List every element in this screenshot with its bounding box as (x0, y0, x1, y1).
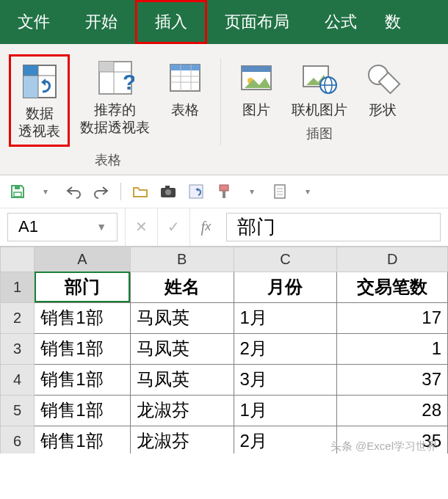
cell-C2[interactable]: 1月 (234, 302, 337, 333)
pivot-small-icon[interactable] (187, 183, 205, 200)
svg-rect-26 (14, 192, 21, 197)
svg-rect-1 (24, 65, 38, 76)
online-picture-label: 联机图片 (292, 101, 347, 119)
cell-C3[interactable]: 2月 (234, 333, 337, 364)
menu-bar: 文件 开始 插入 页面布局 公式 数 (0, 0, 448, 44)
pivot-table-button[interactable]: 数据 透视表 (9, 54, 70, 147)
name-box-dropdown-icon[interactable]: ▼ (96, 221, 106, 233)
name-box-value: A1 (18, 217, 38, 236)
ribbon-group-illustrations: 图片 联机图片 (225, 53, 413, 175)
menu-formula[interactable]: 公式 (307, 0, 375, 44)
cell-B2[interactable]: 马凤英 (130, 302, 234, 333)
camera-icon[interactable] (159, 183, 177, 200)
open-icon[interactable] (131, 183, 149, 200)
ribbon-group-tables-label: 表格 (3, 147, 213, 175)
row-header-4[interactable]: 4 (1, 364, 35, 395)
select-all-corner[interactable] (1, 247, 35, 272)
row-header-3[interactable]: 3 (1, 333, 35, 364)
cell-A5[interactable]: 销售1部 (35, 395, 131, 426)
svg-rect-25 (15, 186, 20, 189)
format-painter-icon[interactable] (215, 183, 233, 200)
cancel-button[interactable]: ✕ (125, 208, 157, 246)
cell-D5[interactable]: 28 (337, 395, 448, 426)
menu-data[interactable]: 数 (375, 0, 404, 44)
name-box[interactable]: A1 ▼ (7, 213, 118, 241)
pivot-table-label: 数据 透视表 (18, 105, 60, 140)
cell-C5[interactable]: 1月 (234, 395, 337, 426)
svg-rect-32 (223, 191, 225, 198)
picture-icon (236, 57, 277, 98)
menu-file[interactable]: 文件 (0, 0, 68, 44)
svg-rect-31 (220, 185, 228, 191)
recommended-pivot-label: 推荐的 数据透视表 (80, 101, 150, 136)
col-header-B[interactable]: B (130, 247, 234, 272)
cell-D3[interactable]: 1 (337, 333, 448, 364)
recommended-pivot-icon: ? (95, 57, 136, 98)
svg-rect-17 (242, 66, 271, 72)
formula-bar[interactable]: 部门 (226, 213, 441, 241)
page-setup-icon[interactable] (271, 183, 289, 200)
cell-C1[interactable]: 月份 (234, 272, 337, 302)
menu-page-layout[interactable]: 页面布局 (207, 0, 307, 44)
pivot-table-icon (19, 61, 60, 102)
save-icon[interactable] (9, 183, 26, 200)
confirm-button[interactable]: ✓ (157, 208, 189, 246)
svg-rect-11 (170, 65, 200, 70)
picture-label: 图片 (242, 101, 270, 119)
menu-home[interactable]: 开始 (68, 0, 135, 44)
cell-B4[interactable]: 马凤英 (130, 364, 234, 395)
row-header-2[interactable]: 2 (1, 302, 35, 333)
table-button[interactable]: 表格 (157, 53, 213, 120)
col-header-D[interactable]: D (337, 247, 448, 272)
online-picture-icon (299, 57, 340, 98)
cell-D2[interactable]: 17 (337, 302, 448, 333)
cell-A3[interactable]: 销售1部 (35, 333, 131, 364)
cell-B5[interactable]: 龙淑芬 (130, 395, 234, 426)
ribbon-separator (220, 59, 221, 145)
svg-rect-2 (24, 76, 38, 98)
svg-rect-29 (165, 186, 170, 189)
worksheet: A B C D 1 部门 姓名 月份 交易笔数 2 销售1部 马凤英 1月 17… (0, 247, 448, 454)
watermark: 头条 @Excel学习世界 (0, 440, 448, 454)
online-picture-button[interactable]: 联机图片 (284, 53, 355, 120)
ribbon-insert: 数据 透视表 ? 推荐的 数据透视表 (0, 44, 448, 175)
cell-D1[interactable]: 交易笔数 (337, 272, 448, 302)
formula-bar-value: 部门 (237, 214, 275, 240)
recommended-pivot-button[interactable]: ? 推荐的 数据透视表 (73, 53, 157, 138)
ribbon-group-tables: 数据 透视表 ? 推荐的 数据透视表 (0, 53, 216, 175)
formula-bar-row: A1 ▼ ✕ ✓ fx 部门 (0, 208, 448, 247)
quick-access-toolbar: ▾ ▾ ▾ (0, 175, 448, 208)
shapes-icon (362, 57, 403, 98)
redo-icon[interactable] (93, 183, 110, 200)
menu-insert[interactable]: 插入 (135, 0, 207, 44)
row-header-1[interactable]: 1 (1, 272, 35, 302)
table-icon (165, 57, 206, 98)
row-header-5[interactable]: 5 (1, 395, 35, 426)
svg-text:?: ? (123, 70, 134, 94)
col-header-C[interactable]: C (234, 247, 337, 272)
cell-A1[interactable]: 部门 (35, 272, 131, 302)
shapes-label: 形状 (369, 101, 397, 119)
picture-button[interactable]: 图片 (228, 53, 284, 120)
cell-D4[interactable]: 37 (337, 364, 448, 395)
cell-B3[interactable]: 马凤英 (130, 333, 234, 364)
cell-A4[interactable]: 销售1部 (35, 364, 131, 395)
svg-rect-6 (99, 62, 114, 72)
ribbon-group-illustrations-label: 插图 (228, 120, 411, 148)
cell-B1[interactable]: 姓名 (130, 272, 234, 302)
table-label: 表格 (171, 101, 199, 119)
undo-icon[interactable] (65, 183, 82, 200)
col-header-A[interactable]: A (35, 247, 131, 272)
cell-C4[interactable]: 3月 (234, 364, 337, 395)
shapes-button[interactable]: 形状 (355, 53, 411, 120)
fx-button[interactable]: fx (189, 208, 222, 246)
svg-point-28 (165, 189, 171, 195)
cell-A2[interactable]: 销售1部 (35, 302, 131, 333)
